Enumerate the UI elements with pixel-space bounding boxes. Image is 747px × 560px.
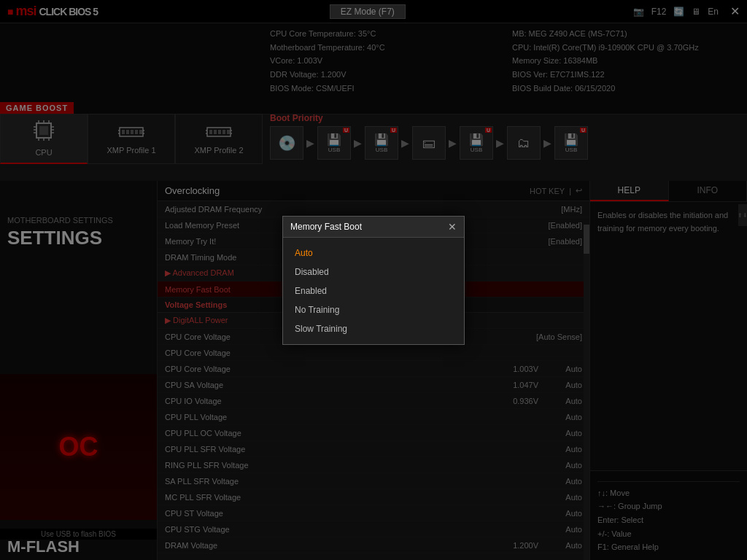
modal-option-enabled[interactable]: Enabled	[283, 281, 464, 300]
modal-title: Memory Fast Boot	[290, 222, 362, 232]
modal-option-no-training[interactable]: No Training	[283, 300, 464, 319]
modal-close-button[interactable]: ✕	[448, 221, 457, 233]
modal-overlay: Memory Fast Boot ✕ Auto Disabled Enabled…	[0, 0, 747, 560]
modal-option-slow-training[interactable]: Slow Training	[283, 319, 464, 338]
modal-option-disabled[interactable]: Disabled	[283, 262, 464, 281]
modal-box: Memory Fast Boot ✕ Auto Disabled Enabled…	[282, 216, 465, 345]
modal-option-auto[interactable]: Auto	[283, 244, 464, 262]
modal-body: Auto Disabled Enabled No Training Slow T…	[283, 238, 464, 344]
modal-header: Memory Fast Boot ✕	[283, 217, 464, 238]
